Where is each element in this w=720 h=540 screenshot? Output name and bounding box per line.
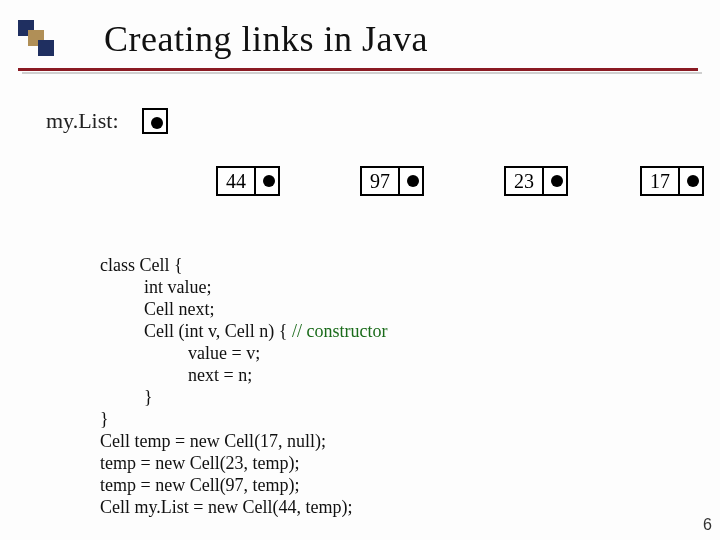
list-node: 17	[640, 166, 704, 196]
pointer-dot-icon	[687, 175, 699, 187]
pointer-dot-icon	[263, 175, 275, 187]
pointer-dot-icon	[551, 175, 563, 187]
slide-ornament	[18, 20, 58, 60]
code-comment: // constructor	[292, 321, 387, 341]
list-node: 97	[360, 166, 424, 196]
page-number: 6	[703, 516, 712, 534]
node-value: 23	[504, 166, 542, 196]
node-next-ref	[542, 166, 568, 196]
code-block: class Cell { int value; Cell next; Cell …	[100, 232, 387, 518]
node-value: 97	[360, 166, 398, 196]
node-value: 44	[216, 166, 254, 196]
page-title-wrap: Creating links in Java	[104, 18, 428, 60]
code-line: int value;	[100, 276, 211, 298]
pointer-dot-icon	[407, 175, 419, 187]
code-line: Cell (int v, Cell n) { // constructor	[100, 320, 387, 342]
list-node: 44	[216, 166, 280, 196]
code-line: Cell my.List = new Cell(44, temp);	[100, 497, 352, 517]
code-line: class Cell {	[100, 255, 183, 275]
code-line: next = n;	[100, 364, 252, 386]
node-next-ref	[678, 166, 704, 196]
code-line: value = v;	[100, 342, 260, 364]
code-line: temp = new Cell(23, temp);	[100, 453, 300, 473]
code-line: }	[100, 409, 109, 429]
list-node: 23	[504, 166, 568, 196]
node-value: 17	[640, 166, 678, 196]
mylist-ref-box	[142, 108, 168, 134]
pointer-dot-icon	[151, 117, 163, 129]
node-next-ref	[254, 166, 280, 196]
code-line: Cell next;	[100, 298, 215, 320]
title-underline	[18, 68, 698, 71]
code-line: temp = new Cell(97, temp);	[100, 475, 300, 495]
code-line: Cell temp = new Cell(17, null);	[100, 431, 326, 451]
code-line: }	[100, 386, 153, 408]
node-next-ref	[398, 166, 424, 196]
title-underline-shadow	[22, 72, 702, 74]
mylist-label: my.List:	[46, 108, 119, 134]
page-title: Creating links in Java	[104, 19, 428, 59]
